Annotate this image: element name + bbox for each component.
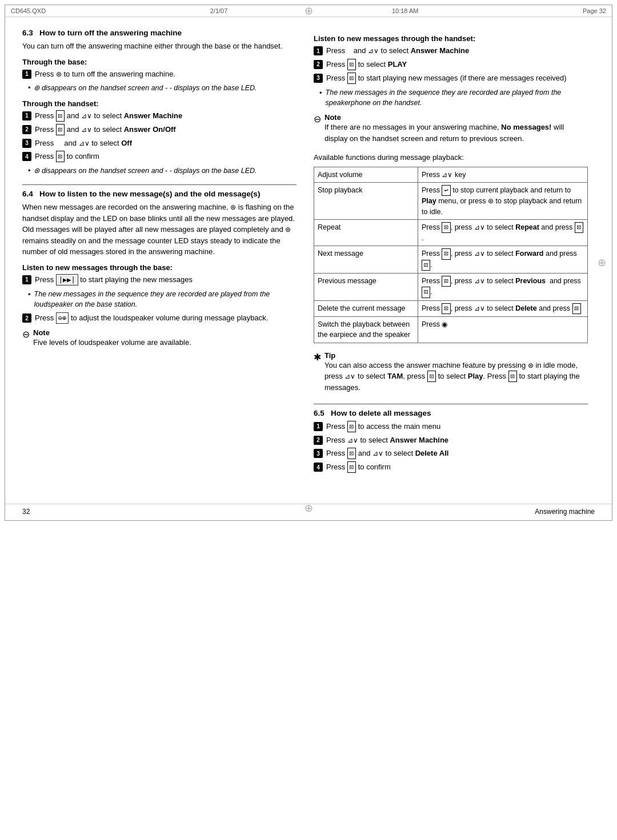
tip-text: You can also access the answer machine f… (324, 360, 588, 393)
right-crosshair: ⊕ (598, 256, 606, 269)
delete-step-3-text: Press ⊡ and ⊿∨ to select Delete All (326, 448, 448, 459)
step-number: 1 (22, 70, 31, 79)
footer-right: Answering machine (535, 508, 595, 516)
section-listen-handset: Listen to new messages through the hands… (314, 34, 588, 343)
handset-step-1-text: Press ⊡ and ⊿∨ to select Answer Machine (35, 110, 182, 122)
handset-step-3: 3 Press and ⊿∨ to select Off (22, 138, 297, 149)
handset-listen-step-3: 3 Press ⊡ to start playing new messages … (314, 73, 588, 84)
header-crosshair: ⊕ (305, 5, 313, 17)
right-column: Listen to new messages through the hands… (314, 29, 588, 481)
divider-2 (314, 404, 588, 404)
desc-previous-message: Press ⊡, press ⊿∨ to select Previous and… (418, 274, 588, 301)
divider-1 (22, 184, 297, 185)
table-row: Previous message Press ⊡, press ⊿∨ to se… (314, 274, 588, 301)
table-row: Adjust volume Press ⊿∨ key (314, 167, 588, 182)
handset-listen-italic: The new messages in the sequence they ar… (314, 87, 588, 109)
base-listen-italic: The new messages in the sequence they ar… (22, 289, 297, 311)
note-icon: ⊖ (22, 329, 30, 340)
step-number: 1 (22, 111, 31, 120)
step-number: 1 (22, 275, 31, 284)
base-listen-step-1-text: Press |▶▶| to start playing the new mess… (35, 274, 193, 286)
header-date: 2/1/07 (210, 7, 228, 14)
section-6-3-heading: 6.3 How to turn off the answering machin… (22, 29, 297, 37)
step-number: 2 (22, 314, 31, 323)
desc-delete-message: Press ⊡, press ⊿∨ to select Delete and p… (418, 300, 588, 316)
delete-step-2: 2 Press ⊿∨ to select Answer Machine (314, 435, 588, 446)
table-row: Next message Press ⊡, press ⊿∨ to select… (314, 246, 588, 274)
base-listen-heading: Listen to new messages through the base: (22, 263, 297, 272)
step-number: 1 (314, 46, 323, 55)
delete-step-1: 1 Press ⊡ to access the main menu (314, 421, 588, 432)
section-6-3-intro: You can turn off the answering machine e… (22, 41, 297, 52)
desc-next-message: Press ⊡, press ⊿∨ to select Forward and … (418, 246, 588, 274)
handset-listen-step-1-text: Press and ⊿∨ to select Answer Machine (326, 45, 469, 57)
section-6-4: 6.4 How to listen to the new message(s) … (22, 190, 297, 352)
tip-icon: ✱ (314, 352, 321, 363)
table-row: Delete the current message Press ⊡, pres… (314, 300, 588, 316)
header-page: Page 32 (583, 7, 606, 14)
handset-listen-step-1: 1 Press and ⊿∨ to select Answer Machine (314, 45, 588, 57)
step-number: 2 (314, 436, 323, 445)
handset-listen-list: 1 Press and ⊿∨ to select Answer Machine … (314, 45, 588, 84)
table-caption: Available functions during message playb… (314, 152, 588, 163)
handset-listen-heading: Listen to new messages through the hands… (314, 34, 588, 43)
desc-switch-playback: Press ◉ (418, 317, 588, 343)
base-bullet-icon: ⊛ (34, 83, 39, 94)
handset-listen-step-2: 2 Press ⊡ to select PLAY (314, 59, 588, 70)
step-number: 3 (314, 74, 323, 83)
note-box-1: ⊖ Note Five levels of loudspeaker volume… (22, 328, 297, 352)
func-repeat: Repeat (314, 219, 418, 246)
step-number: 4 (22, 152, 31, 161)
base-listen-list: 1 Press |▶▶| to start playing the new me… (22, 274, 297, 286)
note-content-2: Note If there are no messages in your an… (324, 113, 588, 147)
base-listen-step-2: 2 Press ⊖⊕ to adjust the loudspeaker vol… (22, 312, 297, 324)
note-text: Five levels of loudspeaker volume are av… (33, 337, 191, 348)
handset-step-2: 2 Press ⊡ and ⊿∨ to select Answer On/Off (22, 124, 297, 135)
delete-steps-list: 1 Press ⊡ to access the main menu 2 Pres… (314, 421, 588, 473)
base-listen-step-2-text: Press ⊖⊕ to adjust the loudspeaker volum… (35, 312, 268, 324)
handset-step-4-text: Press ⊡ to confirm (35, 151, 99, 162)
through-base-heading: Through the base: (22, 58, 297, 66)
delete-step-2-text: Press ⊿∨ to select Answer Machine (326, 435, 448, 446)
func-next-message: Next message (314, 246, 418, 274)
func-previous-message: Previous message (314, 274, 418, 301)
bottom-crosshair: ⊕ (305, 502, 313, 515)
tip-content: Tip You can also access the answer machi… (324, 351, 588, 397)
section-6-4-intro: When new messages are recorded on the an… (22, 202, 297, 258)
desc-stop-playback: Press ↩ to stop current playback and ret… (418, 182, 588, 219)
section-6-5: 6.5 How to delete all messages 1 Press ⊡… (314, 409, 588, 473)
step-number: 3 (314, 449, 323, 458)
func-delete-message: Delete the current message (314, 300, 418, 316)
delete-step-1-text: Press ⊡ to access the main menu (326, 421, 440, 432)
handset-step-2-text: Press ⊡ and ⊿∨ to select Answer On/Off (35, 124, 176, 135)
table-row: Repeat Press ⊡, press ⊿∨ to select Repea… (314, 219, 588, 246)
base-bullet-1: ⊛ disappears on the handset screen and -… (22, 83, 297, 94)
base-listen-list-2: 2 Press ⊖⊕ to adjust the loudspeaker vol… (22, 312, 297, 324)
content-area: 6.3 How to turn off the answering machin… (5, 17, 612, 504)
delete-step-3: 3 Press ⊡ and ⊿∨ to select Delete All (314, 448, 588, 459)
func-stop-playback: Stop playback (314, 182, 418, 219)
table-row: Stop playback Press ↩ to stop current pl… (314, 182, 588, 219)
functions-table: Adjust volume Press ⊿∨ key Stop playback… (314, 167, 588, 343)
handset-step-1: 1 Press ⊡ and ⊿∨ to select Answer Machin… (22, 110, 297, 122)
delete-step-4-text: Press ⊡ to confirm (326, 461, 391, 473)
note-box-2: ⊖ Note If there are no messages in your … (314, 113, 588, 147)
step-number: 4 (314, 463, 323, 472)
handset-step-3-text: Press and ⊿∨ to select Off (35, 138, 132, 149)
section-6-5-heading: 6.5 How to delete all messages (314, 409, 588, 417)
section-6-4-heading: 6.4 How to listen to the new message(s) … (22, 190, 297, 198)
header-time: 10:18 AM (392, 7, 418, 14)
page-container: CD645.QXD 2/1/07 10:18 AM Page 32 ⊕ 6.3 … (5, 5, 612, 521)
step-number: 3 (22, 139, 31, 148)
step-number: 2 (314, 60, 323, 69)
func-adjust-volume: Adjust volume (314, 167, 418, 182)
step-number: 2 (22, 125, 31, 134)
handset-step-4: 4 Press ⊡ to confirm (22, 151, 297, 162)
handset-bullet-icon: ⊛ (34, 166, 39, 176)
tip-box: ✱ Tip You can also access the answer mac… (314, 351, 588, 397)
page-header: CD645.QXD 2/1/07 10:18 AM Page 32 ⊕ (5, 5, 612, 17)
note-text-2: If there are no messages in your answeri… (324, 122, 588, 144)
delete-step-4: 4 Press ⊡ to confirm (314, 461, 588, 473)
header-file: CD645.QXD (11, 7, 46, 14)
base-step-1: 1 Press ⊛ to turn off the answering mach… (22, 69, 297, 80)
